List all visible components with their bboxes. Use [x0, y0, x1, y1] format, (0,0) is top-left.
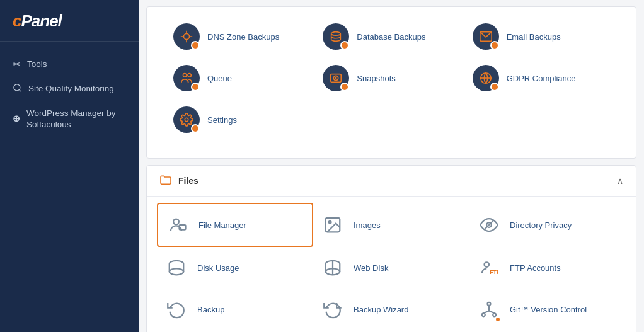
site-quality-icon	[13, 83, 22, 96]
sidebar-item-tools-label: Tools	[27, 59, 47, 70]
disk-usage-label: Disk Usage	[197, 263, 239, 273]
web-disk-label: Web Disk	[354, 263, 388, 273]
files-section-title: Files	[178, 176, 198, 186]
svg-point-6	[188, 74, 192, 77]
grid-item-web-disk[interactable]: Web Disk	[313, 247, 469, 289]
web-disk-icon-wrap	[319, 255, 346, 281]
badge	[340, 41, 349, 50]
grid-item-email-backups[interactable]: Email Backups	[466, 16, 616, 57]
database-backups-label: Database Backups	[357, 32, 425, 42]
dns-zone-backups-icon-wrap	[173, 23, 200, 50]
svg-line-1	[19, 89, 21, 91]
badge	[340, 83, 349, 91]
database-backups-icon-wrap	[323, 23, 349, 50]
svg-point-9	[335, 77, 337, 79]
logo-text: cPanel	[13, 11, 62, 30]
sidebar-item-tools[interactable]: ✂ Tools	[0, 52, 139, 77]
svg-text:FTP: FTP	[490, 269, 498, 275]
backup-wizard-label: Backup Wizard	[354, 305, 408, 314]
directory-privacy-label: Directory Privacy	[510, 220, 572, 230]
grid-item-queue[interactable]: Queue	[167, 57, 316, 99]
svg-point-0	[14, 84, 20, 90]
backup-wizard-icon-wrap	[319, 296, 346, 323]
svg-point-5	[183, 74, 187, 77]
grid-item-database-backups[interactable]: Database Backups	[316, 16, 466, 57]
grid-item-backup[interactable]: Backup	[157, 289, 313, 330]
sidebar-nav: ✂ Tools Site Quality Monitoring ⊕ WordPr…	[0, 42, 139, 146]
email-backups-label: Email Backups	[507, 32, 561, 42]
sidebar-item-site-quality-label: Site Quality Monitoring	[28, 83, 114, 94]
sidebar-item-site-quality[interactable]: Site Quality Monitoring	[0, 77, 139, 102]
queue-icon-wrap	[173, 65, 200, 91]
svg-point-24	[488, 302, 491, 306]
svg-point-2	[183, 33, 189, 39]
svg-point-19	[170, 268, 184, 275]
backup-icon-wrap	[163, 296, 190, 323]
gdpr-icon-wrap	[473, 65, 499, 91]
cpanel-logo: cPanel	[0, 0, 139, 42]
file-manager-label: File Manager	[198, 220, 246, 230]
svg-line-18	[485, 220, 494, 230]
disk-usage-icon-wrap	[163, 255, 190, 281]
ftp-accounts-label: FTP Accounts	[510, 263, 561, 273]
grid-item-dns-zone-backups[interactable]: DNS Zone Backups	[167, 16, 316, 57]
files-section: Files ∧ File Manager	[146, 165, 636, 332]
ftp-accounts-icon-wrap: FTP	[476, 255, 502, 281]
file-manager-icon-wrap	[164, 212, 191, 238]
files-items-grid: File Manager Images	[147, 197, 636, 332]
queue-label: Queue	[207, 74, 232, 83]
grid-item-snapshots[interactable]: Snapshots	[316, 57, 466, 99]
grid-item-ftp-accounts[interactable]: FTP FTP Accounts	[469, 247, 626, 289]
badge	[490, 83, 499, 91]
badge	[191, 41, 200, 50]
settings-icon-wrap	[173, 106, 200, 133]
sidebar-item-wordpress[interactable]: ⊕ WordPress Manager by Softaculous	[0, 101, 139, 136]
svg-point-3	[331, 32, 341, 36]
grid-item-images[interactable]: Images	[313, 203, 469, 247]
directory-privacy-icon-wrap	[476, 212, 502, 238]
backup-label: Backup	[197, 305, 224, 314]
settings-label: Settings	[207, 115, 237, 125]
wordpress-icon: ⊕	[13, 113, 20, 124]
grid-item-gdpr-compliance[interactable]: GDPR Compliance	[466, 57, 616, 99]
svg-point-26	[493, 313, 496, 316]
badge	[490, 41, 499, 50]
files-chevron-icon: ∧	[617, 176, 623, 186]
images-icon-wrap	[319, 212, 346, 238]
images-label: Images	[354, 220, 381, 230]
grid-item-file-manager[interactable]: File Manager	[157, 203, 313, 247]
svg-point-22	[485, 262, 490, 267]
svg-point-16	[329, 221, 331, 224]
sidebar: cPanel ✂ Tools Site Quality Monitoring ⊕…	[0, 0, 139, 332]
files-folder-icon	[159, 175, 172, 187]
grid-item-disk-usage[interactable]: Disk Usage	[157, 247, 313, 289]
dns-zone-backups-label: DNS Zone Backups	[207, 32, 279, 42]
snapshots-icon-wrap	[323, 65, 349, 91]
sidebar-item-wordpress-label: WordPress Manager by Softaculous	[26, 108, 126, 130]
badge	[191, 124, 200, 133]
gdpr-label: GDPR Compliance	[507, 74, 576, 83]
grid-item-directory-privacy[interactable]: Directory Privacy	[469, 203, 626, 247]
grid-item-git-version-control[interactable]: Git™ Version Control	[469, 289, 626, 330]
files-header-left: Files	[159, 175, 198, 187]
git-label: Git™ Version Control	[510, 305, 587, 314]
grid-item-settings[interactable]: Settings	[167, 99, 316, 140]
svg-point-12	[185, 118, 188, 122]
email-backups-icon-wrap	[473, 23, 499, 50]
main-content: DNS Zone Backups Database Backups Email …	[139, 0, 644, 332]
badge	[191, 83, 200, 91]
svg-point-13	[173, 219, 179, 225]
svg-point-25	[482, 313, 485, 316]
snapshots-label: Snapshots	[357, 74, 395, 83]
grid-item-backup-wizard[interactable]: Backup Wizard	[313, 289, 469, 330]
tools-icon: ✂	[13, 58, 21, 71]
top-section: DNS Zone Backups Database Backups Email …	[146, 6, 636, 159]
top-items-grid: DNS Zone Backups Database Backups Email …	[157, 9, 626, 151]
git-icon-wrap	[476, 296, 502, 323]
files-section-header[interactable]: Files ∧	[147, 166, 636, 197]
git-badge	[495, 316, 501, 323]
